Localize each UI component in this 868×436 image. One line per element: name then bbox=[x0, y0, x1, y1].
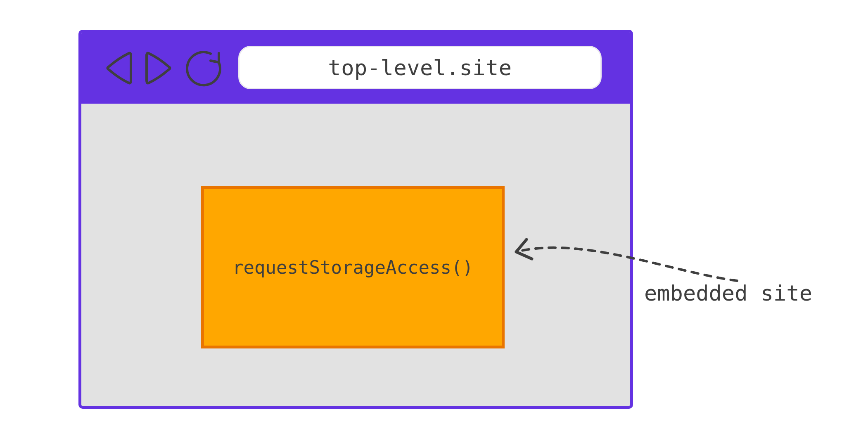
back-icon[interactable] bbox=[104, 49, 133, 87]
annotation-label-text: embedded site bbox=[644, 281, 812, 306]
address-bar-text: top-level.site bbox=[328, 55, 512, 80]
nav-icons-group bbox=[104, 48, 225, 88]
forward-icon[interactable] bbox=[145, 49, 173, 87]
reload-icon[interactable] bbox=[185, 48, 225, 88]
embedded-site-label: requestStorageAccess() bbox=[232, 257, 473, 278]
browser-content-area: requestStorageAccess() bbox=[81, 104, 630, 406]
embedded-site-box: requestStorageAccess() bbox=[201, 186, 505, 348]
diagram-canvas: top-level.site requestStorageAccess() em… bbox=[0, 0, 868, 436]
browser-window: top-level.site requestStorageAccess() bbox=[78, 30, 633, 409]
browser-toolbar: top-level.site bbox=[81, 33, 630, 104]
annotation-label: embedded site bbox=[644, 281, 812, 306]
address-bar[interactable]: top-level.site bbox=[238, 46, 602, 89]
